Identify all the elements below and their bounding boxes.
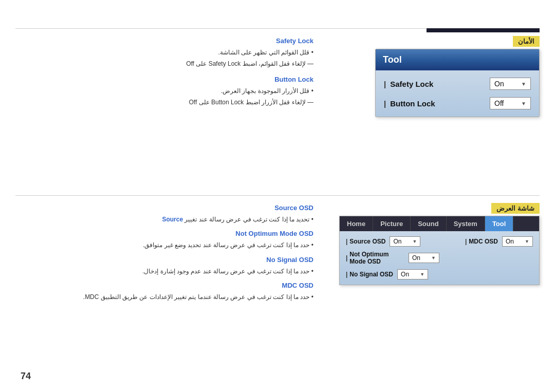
tool-button-lock-row: Button Lock Off ▼ [382,97,533,109]
tab-tool[interactable]: Tool [485,216,513,231]
tab-sound[interactable]: Sound [411,216,446,231]
bottom-section-badge: شاشة العرض [491,203,540,214]
no-signal-title: No Signal OSD [266,256,313,264]
display-panel: Home Picture Sound System Tool Source OS… [339,216,540,285]
display-row-3: No Signal OSD On ▼ [346,269,533,279]
top-dark-accent [427,28,540,32]
dropdown-arrow-icon: ▼ [431,255,436,260]
top-left-content: Safety Lock • قلل القوائم التي تظهر على … [15,36,313,109]
tool-button-lock-select[interactable]: Off ▼ [490,97,531,109]
tab-system[interactable]: System [447,216,485,231]
not-optimum-title: Not Optimum Mode OSD [235,230,313,237]
tool-panel-body: Safety Lock On ▼ Button Lock Off ▼ [376,70,539,117]
dropdown-arrow-icon: ▼ [521,101,526,106]
not-optimum-text: • حدد ما إذا كنت ترغب في عرض رسالة عند ت… [15,240,313,250]
mdc-osd-select[interactable]: On ▼ [502,236,533,247]
mdc-osd-title: MDC OSD [282,282,313,289]
page-number: 74 [21,371,31,382]
safety-lock-title: Safety Lock [276,37,313,45]
display-row-1: Source OSD On ▼ MDC OSD On ▼ [346,236,533,247]
no-signal-osd-label: No Signal OSD [346,271,393,278]
dropdown-arrow-icon: ▼ [420,272,424,277]
button-lock-text: • قلل الأزرار الموجودة بجهاز العرض. — لإ… [15,86,313,108]
source-osd-select[interactable]: On ▼ [390,236,420,247]
tab-picture[interactable]: Picture [373,216,411,231]
section-divider [15,195,540,196]
dropdown-arrow-icon: ▼ [412,239,417,244]
bottom-left-content: Source OSD • تحديد ما إذا كنت ترغب في عر… [15,203,313,304]
button-lock-title: Button Lock [274,76,313,83]
no-signal-osd-select[interactable]: On ▼ [397,269,428,279]
display-row-2: Not Optimum Mode OSD On ▼ [346,251,533,265]
tool-panel: Tool Safety Lock On ▼ Button Lock Off ▼ [375,49,540,117]
top-section-badge: الأمان [513,36,540,47]
source-osd-text: • تحديد ما إذا كنت ترغب في عرض رسالة عند… [15,214,313,225]
mdc-osd-text: • حدد ما إذا كنت ترغب في عرض رسالة عندما… [15,292,313,302]
no-signal-text: • حدد ما إذا كنت ترغب في عرض رسالة عند ع… [15,266,313,276]
tool-safety-lock-row: Safety Lock On ▼ [382,78,533,90]
tool-button-lock-label: Button Lock [384,99,435,108]
dropdown-arrow-icon: ▼ [525,239,529,244]
display-tabs: Home Picture Sound System Tool [340,216,539,231]
mdc-osd-label: MDC OSD [465,238,498,245]
tool-panel-header: Tool [376,49,539,70]
source-osd-label: Source OSD [346,238,385,245]
tab-home[interactable]: Home [340,216,373,231]
display-panel-body: Source OSD On ▼ MDC OSD On ▼ [340,231,539,285]
dropdown-arrow-icon: ▼ [521,81,526,87]
not-optimum-osd-select[interactable]: On ▼ [409,253,439,263]
tool-safety-lock-select[interactable]: On ▼ [490,78,531,90]
source-osd-title: Source OSD [274,204,313,212]
safety-lock-text: • قلل القوائم التي تظهر على الشاشة. — لإ… [15,47,313,69]
not-optimum-osd-label: Not Optimum Mode OSD [346,251,404,265]
tool-safety-lock-label: Safety Lock [384,80,433,88]
